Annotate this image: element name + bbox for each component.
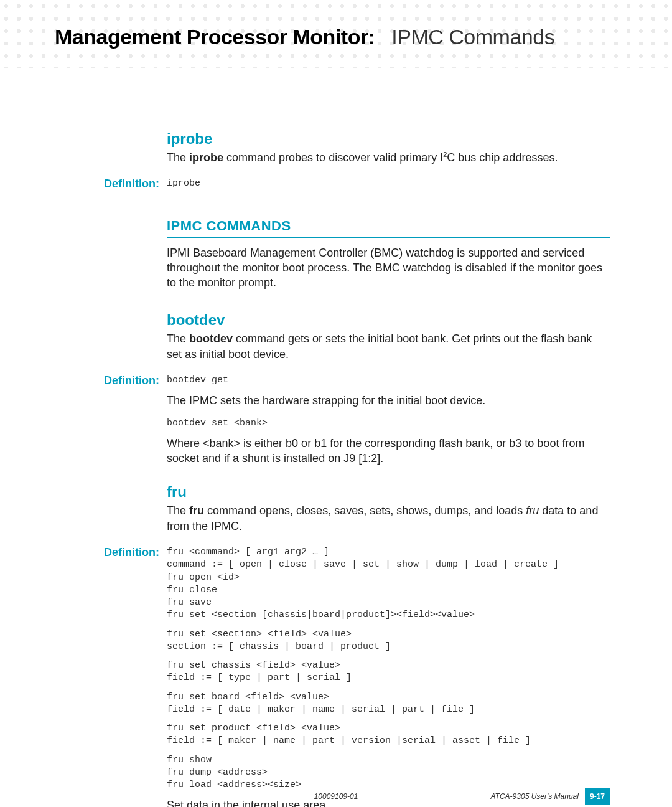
bootdev-heading: bootdev [167, 311, 610, 329]
ipmc-section-heading: IPMC COMMANDS [167, 218, 610, 238]
title-bold: Management Processor Monitor: [55, 25, 375, 49]
fru-code2: fru set <section> <field> <value> sectio… [167, 628, 610, 654]
fru-code5: fru set product <field> <value> field :=… [167, 722, 610, 748]
bootdev-def-code2: bootdev set <bank> [167, 417, 610, 430]
iprobe-def-code: iprobe [167, 177, 610, 190]
ipmc-intro: IPMI Baseboard Management Controller (BM… [167, 245, 610, 291]
fru-desc: The fru command opens, closes, saves, se… [167, 503, 610, 534]
fru-code3: fru set chassis <field> <value> field :=… [167, 659, 610, 685]
page-title: Management Processor Monitor: IPMC Comma… [55, 25, 672, 49]
bootdev-desc: The bootdev command gets or sets the ini… [167, 331, 610, 362]
fru-heading: fru [167, 483, 610, 501]
title-light: IPMC Commands [380, 25, 554, 49]
fru-code6: fru show fru dump <address> fru load <ad… [167, 754, 610, 792]
iprobe-desc: The iprobe command probes to discover va… [167, 150, 610, 165]
bootdev-mid-text: The IPMC sets the hardware strapping for… [167, 393, 610, 408]
page-header: Management Processor Monitor: IPMC Comma… [0, 0, 672, 49]
content: iprobe The iprobe command probes to disc… [0, 49, 672, 807]
page: Management Processor Monitor: IPMC Comma… [0, 0, 672, 807]
bootdev-where: Where <bank> is either b0 or b1 for the … [167, 436, 610, 466]
fru-trailing: Set data in the internal use area. [167, 798, 610, 807]
fru-code4: fru set board <field> <value> field := [… [167, 691, 610, 717]
iprobe-def-label: Definition: [104, 177, 159, 190]
bootdev-def-label: Definition: [104, 374, 159, 387]
fru-code1: fru <command> [ arg1 arg2 … ] command :=… [167, 546, 610, 622]
bootdev-def-code1: bootdev get [167, 374, 610, 387]
iprobe-heading: iprobe [167, 130, 610, 148]
fru-def-label: Definition: [104, 546, 159, 559]
